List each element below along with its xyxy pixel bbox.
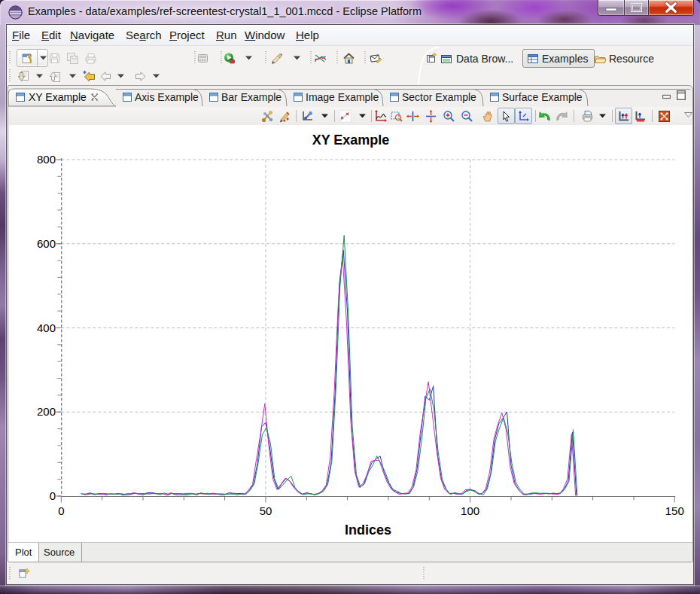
svg-text:Sector Example: Sector Example xyxy=(402,91,476,103)
svg-text:0: 0 xyxy=(50,489,56,502)
svg-text:50: 50 xyxy=(260,504,272,517)
svg-text:XY Example: XY Example xyxy=(29,91,87,103)
svg-text:800: 800 xyxy=(37,153,56,166)
svg-text:Axis Example: Axis Example xyxy=(135,91,199,103)
svg-text:Bar Example: Bar Example xyxy=(221,91,282,103)
svg-text:Indices: Indices xyxy=(345,522,391,538)
svg-text:100: 100 xyxy=(461,504,479,517)
svg-text:0: 0 xyxy=(58,504,64,517)
svg-text:XY Example: XY Example xyxy=(312,133,390,148)
svg-text:Surface Example: Surface Example xyxy=(502,91,583,103)
svg-text:600: 600 xyxy=(37,237,56,250)
svg-text:200: 200 xyxy=(37,405,56,418)
svg-text:150: 150 xyxy=(665,504,684,517)
svg-text:400: 400 xyxy=(37,321,56,334)
svg-text:Image Example: Image Example xyxy=(306,91,379,103)
